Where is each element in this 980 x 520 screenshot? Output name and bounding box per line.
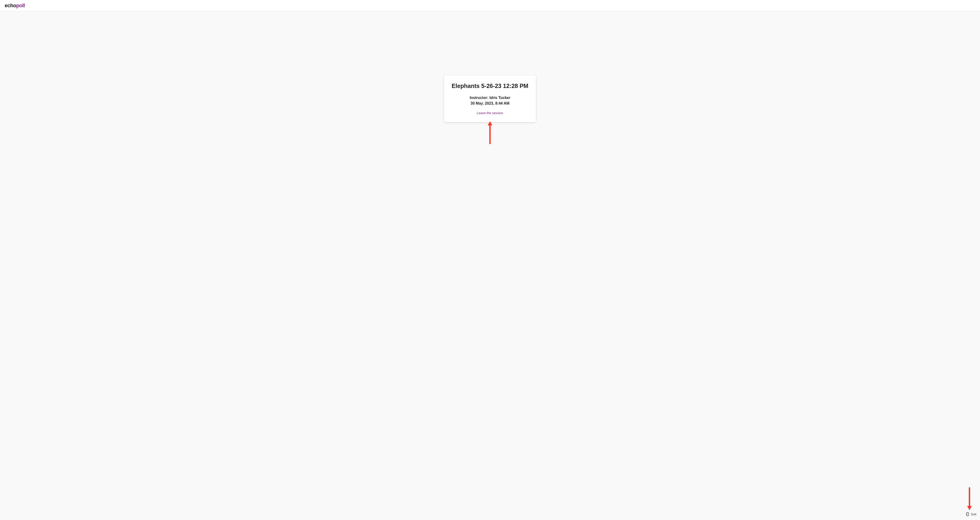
exit-icon	[966, 512, 970, 516]
session-title: Elephants 5-26-23 12:28 PM	[451, 82, 529, 90]
app-header: echopoll	[0, 0, 980, 11]
session-card: Elephants 5-26-23 12:28 PM Instructor: I…	[444, 76, 536, 122]
session-date: 30 May. 2023, 8:44 AM	[451, 100, 529, 106]
main-content: Elephants 5-26-23 12:28 PM Instructor: I…	[0, 11, 980, 122]
exit-button-label: Exit	[971, 512, 976, 516]
exit-button[interactable]: Exit	[964, 511, 977, 517]
logo-text-poll: poll	[16, 3, 25, 8]
session-instructor: Instructor: Idris Tucker	[451, 95, 529, 100]
svg-point-0	[967, 514, 967, 514]
app-logo: echopoll	[5, 3, 25, 9]
annotation-arrow-down	[967, 487, 972, 510]
logo-text-echo: echo	[5, 3, 16, 8]
annotation-arrow-up	[487, 121, 493, 144]
leave-session-link[interactable]: Leave the session	[477, 111, 503, 115]
